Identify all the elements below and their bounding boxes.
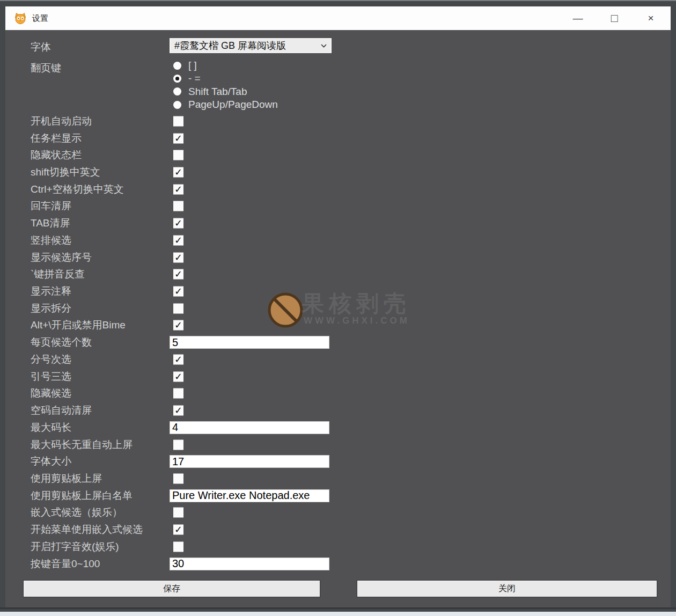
setting-row: 开启打字音效(娱乐) [5, 538, 671, 555]
window-bottom-border [0, 607, 676, 609]
setting-row: 最大码长 [5, 419, 671, 436]
minimize-icon[interactable]: — [565, 6, 590, 30]
setting-row: 使用剪贴板上屏 [5, 470, 671, 487]
checkbox-unchecked[interactable] [173, 388, 183, 399]
checkbox-checked[interactable]: ✓ [173, 406, 183, 416]
setting-row: Ctrl+空格切换中英文✓ [5, 181, 671, 198]
text-input[interactable] [170, 558, 329, 570]
pager-option[interactable]: Shift Tab/Tab [173, 85, 278, 98]
save-button[interactable]: 保存 [24, 581, 320, 597]
text-input[interactable] [170, 455, 329, 468]
setting-row: TAB清屏✓ [5, 215, 671, 232]
setting-label: 每页候选个数 [31, 335, 92, 349]
setting-label: 显示注释 [31, 284, 71, 298]
window-controls: — □ × [554, 6, 663, 30]
setting-row: 字体大小 [5, 453, 671, 470]
pager-option[interactable]: PageUp/PageDown [173, 98, 278, 111]
setting-row: 按键音量0~100 [5, 555, 671, 573]
pager-option-label: Shift Tab/Tab [188, 86, 247, 98]
setting-row: 任务栏显示✓ [5, 130, 671, 147]
settings-rows: 开机自动启动任务栏显示✓隐藏状态栏shift切换中英文✓Ctrl+空格切换中英文… [5, 113, 671, 572]
setting-label: 开机自动启动 [31, 114, 92, 128]
checkbox-unchecked[interactable] [173, 508, 183, 518]
checkbox-checked[interactable]: ✓ [173, 167, 183, 178]
radio-icon[interactable] [173, 101, 181, 109]
setting-label: Alt+\开启或禁用Bime [31, 318, 126, 332]
watermark-title: 果核剥壳 [302, 289, 411, 319]
checkbox-unchecked[interactable] [173, 201, 183, 211]
setting-label: 隐藏候选 [31, 386, 71, 400]
watermark-url: WWW.GHXI.COM [304, 316, 410, 326]
setting-label: 竖排候选 [31, 233, 71, 247]
checkbox-checked[interactable]: ✓ [173, 218, 183, 229]
watermark-logo-icon [265, 290, 306, 331]
setting-label: 任务栏显示 [31, 131, 82, 145]
text-input[interactable] [170, 489, 329, 502]
setting-label: 最大码长无重自动上屏 [31, 438, 133, 452]
radio-icon[interactable] [173, 87, 181, 96]
checkbox-checked[interactable]: ✓ [173, 371, 183, 382]
font-select[interactable]: #霞鹜文楷 GB 屏幕阅读版 [170, 38, 332, 53]
checkbox-checked[interactable]: ✓ [173, 184, 183, 194]
setting-label: 分号次选 [31, 353, 71, 366]
setting-label: TAB清屏 [31, 216, 70, 230]
pager-option-label: [ ] [188, 60, 197, 71]
checkbox-unchecked[interactable] [173, 473, 183, 483]
checkbox-unchecked[interactable] [173, 303, 183, 313]
setting-label: 开始菜单使用嵌入式候选 [31, 523, 143, 537]
pager-option-label: PageUp/PageDown [188, 99, 278, 111]
pager-option[interactable]: [ ] [173, 59, 278, 72]
setting-row: 开机自动启动 [5, 113, 671, 130]
checkbox-checked[interactable]: ✓ [173, 320, 183, 331]
checkbox-unchecked[interactable] [173, 439, 183, 450]
pager-option[interactable]: - = [173, 72, 278, 85]
setting-row: 回车清屏 [5, 198, 671, 215]
setting-row: 每页候选个数 [5, 334, 671, 351]
radio-icon[interactable] [173, 62, 181, 70]
chevron-down-icon [321, 44, 327, 48]
checkbox-unchecked[interactable] [173, 541, 183, 552]
settings-window: 设置 — □ × 字体 #霞鹜文楷 GB 屏幕阅读版 翻页键 [ ]- =Shi… [0, 0, 676, 612]
setting-row: 显示候选序号✓ [5, 249, 671, 266]
pager-option-label: - = [188, 72, 201, 84]
checkbox-checked[interactable]: ✓ [173, 269, 183, 280]
checkbox-checked[interactable]: ✓ [173, 133, 183, 143]
setting-row: 分号次选✓ [5, 351, 671, 368]
close-button[interactable]: 关闭 [357, 581, 657, 597]
checkbox-unchecked[interactable] [173, 116, 183, 126]
close-icon[interactable]: × [638, 6, 663, 30]
checkbox-checked[interactable]: ✓ [173, 525, 183, 535]
checkbox-checked[interactable]: ✓ [173, 252, 183, 262]
setting-label: 按键音量0~100 [31, 557, 100, 571]
setting-label: 引号三选 [31, 370, 71, 384]
pager-options: [ ]- =Shift Tab/TabPageUp/PageDown [173, 59, 278, 111]
setting-label: `键拼音反查 [31, 267, 85, 281]
setting-label: 显示拆分 [31, 302, 71, 316]
setting-label: 隐藏状态栏 [31, 148, 82, 162]
setting-row: `键拼音反查✓ [5, 266, 671, 283]
setting-row: 引号三选✓ [5, 368, 671, 385]
setting-row: shift切换中英文✓ [5, 164, 671, 181]
setting-label: 最大码长 [31, 421, 71, 435]
setting-label: 空码自动清屏 [31, 404, 92, 417]
pager-label: 翻页键 [31, 61, 61, 75]
setting-label: Ctrl+空格切换中英文 [31, 182, 124, 196]
checkbox-checked[interactable]: ✓ [173, 235, 183, 245]
setting-row: 隐藏状态栏 [5, 146, 671, 164]
setting-row: 开始菜单使用嵌入式候选✓ [5, 521, 671, 538]
setting-row: 竖排候选✓ [5, 232, 671, 249]
setting-row: 使用剪贴板上屏白名单 [5, 487, 671, 504]
checkbox-checked[interactable]: ✓ [173, 287, 183, 297]
setting-label: shift切换中英文 [31, 165, 100, 179]
text-input[interactable] [170, 336, 329, 349]
text-input[interactable] [170, 421, 329, 434]
setting-label: 回车清屏 [31, 199, 71, 213]
checkbox-unchecked[interactable] [173, 150, 183, 160]
setting-label: 字体大小 [31, 454, 71, 468]
titlebar: 设置 — □ × [5, 6, 671, 30]
radio-icon[interactable] [173, 75, 181, 83]
font-label: 字体 [31, 40, 51, 54]
app-cat-icon [14, 12, 27, 25]
checkbox-checked[interactable]: ✓ [173, 354, 183, 364]
maximize-icon[interactable]: □ [602, 6, 627, 30]
